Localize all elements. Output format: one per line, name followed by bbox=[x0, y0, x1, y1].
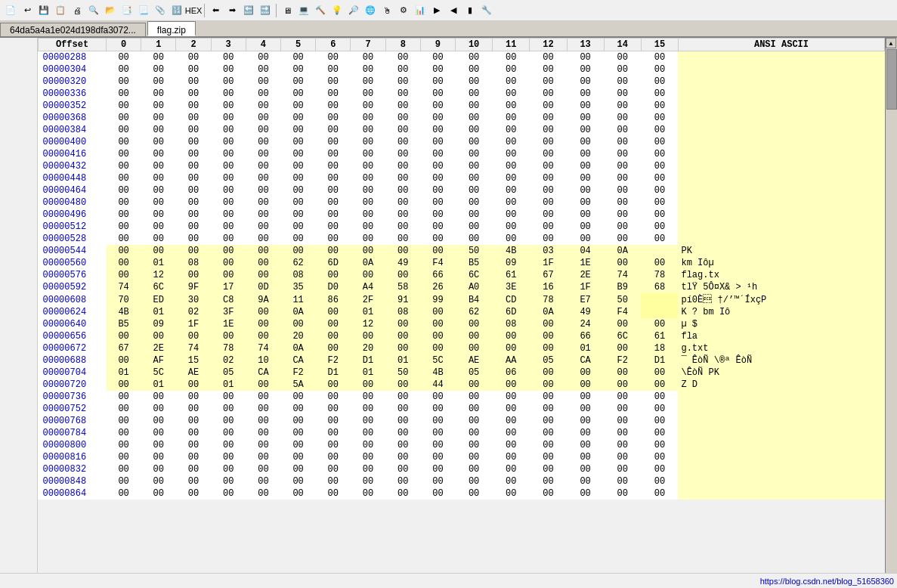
hex-cell[interactable]: 02 bbox=[211, 354, 246, 367]
hex-cell[interactable]: 00 bbox=[456, 415, 493, 427]
hex-cell[interactable]: 00 bbox=[420, 391, 455, 403]
hex-cell[interactable]: 00 bbox=[176, 136, 211, 148]
back-icon[interactable]: 🔙 bbox=[241, 3, 256, 18]
hex-cell[interactable]: 00 bbox=[530, 197, 567, 209]
hex-cell[interactable]: CD bbox=[493, 293, 530, 306]
hex-cell[interactable]: 00 bbox=[604, 379, 641, 391]
hex-cell[interactable]: 0A bbox=[281, 306, 316, 318]
clip-btn[interactable]: 📎 bbox=[153, 3, 168, 18]
hex-cell[interactable]: 00 bbox=[567, 124, 604, 136]
hex-cell[interactable]: 00 bbox=[176, 439, 211, 451]
hex-cell[interactable]: 00 bbox=[567, 76, 604, 88]
hex-cell[interactable]: 00 bbox=[246, 112, 280, 124]
hex-cell[interactable]: 00 bbox=[641, 124, 678, 136]
print-btn[interactable]: 🖨 bbox=[70, 3, 85, 18]
hex-cell[interactable]: 00 bbox=[641, 427, 678, 439]
hex-cell[interactable]: 01 bbox=[351, 367, 385, 379]
hex-cell[interactable]: 00 bbox=[385, 100, 420, 112]
table-row[interactable]: 0000044800000000000000000000000000000000 bbox=[39, 172, 885, 184]
hex-cell[interactable]: 61 bbox=[493, 269, 530, 281]
hex-cell[interactable]: 00 bbox=[246, 209, 280, 221]
hex-cell[interactable]: 00 bbox=[351, 209, 385, 221]
hex-cell[interactable]: AE bbox=[456, 354, 493, 367]
hex-cell[interactable]: 00 bbox=[176, 63, 211, 76]
hex-cell[interactable]: 35 bbox=[281, 281, 316, 293]
hex-cell[interactable]: 00 bbox=[493, 451, 530, 463]
hex-cell[interactable]: 00 bbox=[604, 427, 641, 439]
hex-cell[interactable]: 74 bbox=[246, 342, 280, 354]
hex-cell[interactable]: 00 bbox=[456, 51, 493, 64]
zoom-icon[interactable]: 🔎 bbox=[346, 3, 361, 18]
doc-btn[interactable]: 📃 bbox=[136, 3, 151, 18]
hex-cell[interactable]: 00 bbox=[456, 76, 493, 88]
hex-cell[interactable]: 00 bbox=[604, 451, 641, 463]
hex-cell[interactable]: 00 bbox=[493, 160, 530, 172]
hex-cell[interactable]: 1E bbox=[211, 318, 246, 330]
hex-cell[interactable]: 00 bbox=[246, 245, 280, 257]
hex-cell[interactable]: 00 bbox=[493, 415, 530, 427]
hex-cell[interactable]: 00 bbox=[641, 391, 678, 403]
hex-cell[interactable]: 00 bbox=[107, 209, 141, 221]
hex-cell[interactable]: 00 bbox=[385, 184, 420, 197]
hex-cell[interactable]: 00 bbox=[211, 475, 246, 487]
hex-cell[interactable]: 00 bbox=[351, 403, 385, 415]
hex-cell[interactable]: 00 bbox=[420, 209, 455, 221]
hex-cell[interactable]: 00 bbox=[420, 306, 455, 318]
hex-cell[interactable]: 00 bbox=[567, 172, 604, 184]
tab-file2[interactable]: flag.zip bbox=[147, 21, 196, 36]
hex-cell[interactable]: 00 bbox=[176, 197, 211, 209]
tab-file1[interactable]: 64da5a4a1e024d198dfa3072... bbox=[0, 23, 146, 36]
hex-cell[interactable]: D1 bbox=[316, 367, 351, 379]
hex-cell[interactable]: 00 bbox=[176, 475, 211, 487]
hex-cell[interactable]: 17 bbox=[211, 281, 246, 293]
hex-cell[interactable]: 00 bbox=[246, 475, 280, 487]
hex-cell[interactable]: 00 bbox=[456, 184, 493, 197]
hex-cell[interactable]: 00 bbox=[281, 76, 316, 88]
hex-cell[interactable]: 1E bbox=[567, 257, 604, 269]
monitor-icon[interactable]: 🖥 bbox=[280, 3, 295, 18]
hex-cell[interactable]: 00 bbox=[107, 160, 141, 172]
arrow-right-icon[interactable]: ➡ bbox=[224, 3, 240, 18]
hex-cell[interactable]: 00 bbox=[385, 124, 420, 136]
table-row[interactable]: 0000032000000000000000000000000000000000 bbox=[39, 76, 885, 88]
hex-cell[interactable]: 00 bbox=[604, 342, 641, 354]
hex-cell[interactable]: 00 bbox=[107, 415, 141, 427]
hex-cell[interactable]: 00 bbox=[281, 475, 316, 487]
hex-cell[interactable]: 00 bbox=[316, 318, 351, 330]
hex-cell[interactable]: 00 bbox=[107, 197, 141, 209]
hex-cell[interactable]: 00 bbox=[281, 184, 316, 197]
hex-cell[interactable]: 00 bbox=[141, 475, 176, 487]
table-row[interactable]: 0000054400000000000000000000504B03040A P… bbox=[39, 245, 885, 257]
hex-cell[interactable]: 00 bbox=[351, 233, 385, 245]
hex-cell[interactable]: 00 bbox=[316, 100, 351, 112]
hex-cell[interactable]: 00 bbox=[141, 76, 176, 88]
hex-cell[interactable]: 00 bbox=[456, 172, 493, 184]
hex-cell[interactable]: 5A bbox=[281, 379, 316, 391]
hex-cell[interactable]: 00 bbox=[246, 88, 280, 100]
hex-cell[interactable]: D1 bbox=[351, 354, 385, 367]
hex-cell[interactable]: 01 bbox=[141, 306, 176, 318]
hex-cell[interactable]: 00 bbox=[604, 367, 641, 379]
hex-cell[interactable]: 00 bbox=[641, 463, 678, 475]
hex-cell[interactable]: 00 bbox=[385, 269, 420, 281]
hex-cell[interactable]: 00 bbox=[176, 391, 211, 403]
hex-cell[interactable]: F4 bbox=[420, 257, 455, 269]
hex-cell[interactable]: 00 bbox=[530, 427, 567, 439]
hex-cell[interactable]: 00 bbox=[351, 451, 385, 463]
hex-cell[interactable]: 00 bbox=[281, 318, 316, 330]
hex-cell[interactable]: 0A bbox=[530, 306, 567, 318]
hex-cell[interactable]: 00 bbox=[456, 451, 493, 463]
hex-cell[interactable]: 00 bbox=[141, 427, 176, 439]
hex-cell[interactable]: 00 bbox=[351, 63, 385, 76]
hex-cell[interactable]: 00 bbox=[141, 51, 176, 64]
hex-cell[interactable]: 00 bbox=[420, 439, 455, 451]
hex-cell[interactable]: 00 bbox=[351, 184, 385, 197]
hex-cell[interactable]: 00 bbox=[493, 439, 530, 451]
hex-cell[interactable]: 00 bbox=[530, 136, 567, 148]
play-icon[interactable]: ▶ bbox=[429, 3, 444, 18]
hex-cell[interactable]: 00 bbox=[456, 148, 493, 160]
hex-cell[interactable]: 00 bbox=[107, 451, 141, 463]
hex-cell[interactable]: 00 bbox=[493, 63, 530, 76]
hex-cell[interactable]: 00 bbox=[530, 342, 567, 354]
hex-cell[interactable]: 00 bbox=[281, 51, 316, 64]
